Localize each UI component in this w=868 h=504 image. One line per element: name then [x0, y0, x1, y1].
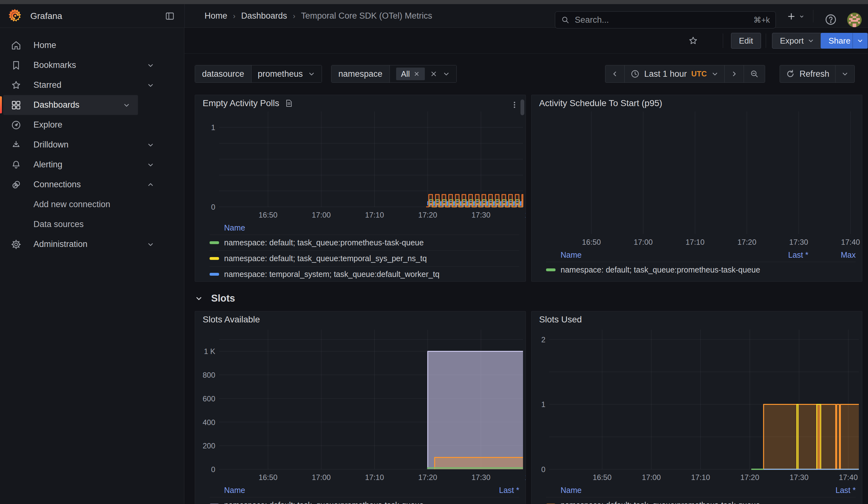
timezone-label: UTC — [691, 70, 707, 78]
namespace-filter-value[interactable]: All — [390, 65, 457, 82]
close-icon[interactable] — [413, 71, 420, 77]
chevron-down-icon[interactable] — [147, 81, 154, 89]
sidebar-item-add-new-connection[interactable]: Add new connection — [0, 195, 184, 214]
favorite-star-icon[interactable] — [688, 36, 698, 46]
empty-activity-polls-chart[interactable]: 16:5017:0017:1017:2017:3017:4001 — [195, 110, 526, 221]
namespace-filter[interactable]: namespace All — [331, 65, 457, 83]
series-color-pill — [546, 268, 556, 271]
star-icon — [11, 80, 21, 91]
slots-available-chart[interactable]: 16:5017:0017:1017:2017:3017:400200400600… — [195, 325, 526, 483]
sidebar-item-home[interactable]: Home — [0, 35, 184, 55]
legend-name-header[interactable]: Name — [224, 223, 519, 233]
time-shift-forward-button[interactable] — [724, 65, 744, 82]
grafana-logo-icon[interactable] — [7, 8, 23, 24]
svg-text:0: 0 — [211, 203, 215, 211]
legend-row[interactable]: namespace: default; task_queue:prometheu… — [546, 262, 856, 278]
chevron-down-icon[interactable] — [123, 101, 130, 109]
legend-row[interactable]: namespace: default; task_queue:prometheu… — [209, 235, 519, 250]
chevron-down-icon — [798, 13, 805, 20]
slots-used-chart[interactable]: 16:5017:0017:1017:2017:3017:40012 — [531, 325, 862, 483]
user-avatar[interactable] — [847, 13, 862, 27]
dashboard-toolbar: Edit Export Share — [184, 28, 868, 54]
sidebar-item-explore[interactable]: Explore — [0, 115, 184, 135]
svg-text:0: 0 — [541, 465, 545, 474]
legend-column-header[interactable]: Max — [808, 250, 856, 260]
time-range-picker-button[interactable]: Last 1 hour UTC — [624, 65, 724, 82]
global-search[interactable]: ⌘+k — [555, 11, 776, 28]
legend-name-header[interactable]: Name — [224, 486, 472, 495]
sidebar-item-drilldown[interactable]: Drilldown — [0, 135, 184, 155]
svg-text:16:50: 16:50 — [259, 210, 277, 219]
series-name: namespace: default; task_queue:prometheu… — [224, 238, 519, 247]
chevron-down-icon[interactable] — [147, 62, 154, 69]
panel-activity-schedule-to-start: Activity Schedule To Start (p95) 16:5017… — [531, 95, 862, 282]
sidebar-item-alerting[interactable]: Alerting — [0, 155, 184, 175]
breadcrumb-dashboards[interactable]: Dashboards — [241, 11, 287, 21]
chevron-up-icon[interactable] — [147, 181, 154, 188]
namespace-filter-label: namespace — [331, 65, 390, 82]
sidebar-item-administration[interactable]: Administration — [0, 234, 184, 254]
chevron-down-icon[interactable] — [147, 240, 154, 248]
panel-title: Slots Used — [539, 315, 582, 325]
legend-name-header[interactable]: Name — [560, 486, 808, 495]
svg-text:17:40: 17:40 — [525, 473, 526, 482]
panel-menu-icon[interactable] — [510, 101, 519, 109]
legend-column-header[interactable]: Last * — [761, 250, 808, 260]
breadcrumb-separator: › — [293, 12, 296, 21]
edit-button[interactable]: Edit — [731, 33, 761, 49]
legend-name-header[interactable]: Name — [560, 250, 761, 260]
refresh-button[interactable]: Refresh — [780, 65, 835, 82]
export-button[interactable]: Export — [772, 33, 822, 49]
series-color-pill — [209, 273, 219, 276]
help-icon[interactable] — [825, 13, 837, 26]
add-menu-button[interactable] — [787, 12, 805, 21]
legend-column-header[interactable]: Last * — [808, 486, 856, 495]
svg-text:17:10: 17:10 — [691, 473, 710, 482]
panel-description-icon[interactable] — [285, 99, 293, 108]
chevron-left-icon — [611, 70, 619, 78]
refresh-interval-caret-button[interactable] — [835, 65, 855, 82]
time-shift-back-button[interactable] — [606, 65, 624, 82]
legend-column-header[interactable]: Last * — [472, 486, 519, 495]
legend-header: NameLast * — [209, 483, 519, 497]
home-icon — [11, 40, 21, 51]
panel-slots-available: Slots Available 16:5017:0017:1017:2017:3… — [195, 311, 526, 504]
svg-text:16:50: 16:50 — [582, 238, 601, 246]
sidebar-item-dashboards[interactable]: Dashboards — [3, 95, 138, 115]
bookmark-icon — [11, 60, 21, 71]
sidebar-toggle-icon[interactable] — [165, 11, 175, 21]
brand-title[interactable]: Grafana — [30, 4, 62, 28]
series-color-pill — [209, 257, 219, 260]
legend-row[interactable]: namespace: temporal_system; task_queue:d… — [209, 266, 519, 281]
svg-text:200: 200 — [203, 442, 215, 450]
breadcrumb-home[interactable]: Home — [205, 11, 227, 21]
activity-schedule-chart[interactable]: 16:5017:0017:1017:2017:3017:40 — [531, 109, 862, 248]
refresh-icon — [786, 69, 795, 79]
chevron-down-icon[interactable] — [147, 161, 154, 169]
clear-all-icon[interactable] — [430, 70, 437, 78]
share-menu-caret-button[interactable] — [852, 33, 868, 49]
datasource-filter-value[interactable]: prometheus — [251, 65, 322, 82]
sidebar-item-data-sources[interactable]: Data sources — [0, 214, 184, 234]
sidebar-item-starred[interactable]: Starred — [0, 75, 184, 95]
time-zoom-out-button[interactable] — [744, 65, 765, 82]
svg-text:17:40: 17:40 — [841, 238, 860, 246]
search-icon — [561, 16, 570, 24]
namespace-all-chip[interactable]: All — [396, 68, 425, 80]
svg-text:17:00: 17:00 — [642, 473, 661, 482]
search-input[interactable] — [574, 15, 749, 25]
svg-text:17:00: 17:00 — [312, 210, 331, 219]
panel-title: Empty Activity Polls — [203, 98, 293, 108]
connections-icon — [11, 179, 21, 190]
legend-row[interactable]: namespace: default; task_queue:temporal_… — [209, 250, 519, 266]
legend-row[interactable]: namespace: default; task_queue:prometheu… — [209, 497, 519, 504]
svg-text:17:40: 17:40 — [525, 210, 526, 219]
sidebar-item-bookmarks[interactable]: Bookmarks — [0, 55, 184, 75]
chevron-down-icon[interactable] — [147, 141, 154, 149]
panel-legend: NameLast *Maxnamespace: default; task_qu… — [531, 248, 860, 281]
sidebar-item-connections[interactable]: Connections — [0, 175, 184, 195]
legend-row[interactable]: namespace: default; task_queue:prometheu… — [546, 497, 856, 504]
slots-section-header[interactable]: Slots — [195, 289, 235, 308]
series-color-pill — [209, 241, 219, 244]
datasource-filter[interactable]: datasource prometheus — [195, 65, 322, 83]
